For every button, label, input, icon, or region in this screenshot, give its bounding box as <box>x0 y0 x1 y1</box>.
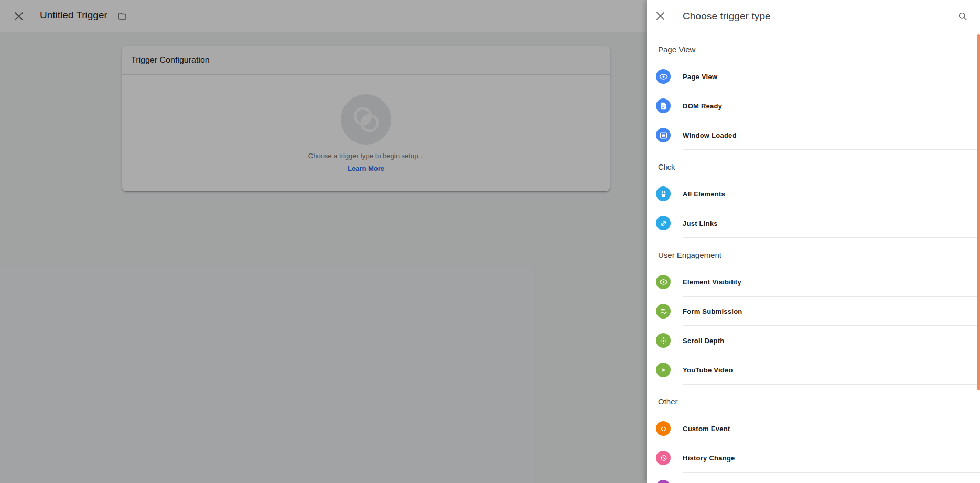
search-icon <box>957 11 968 21</box>
scroll-move-icon <box>656 333 671 348</box>
trigger-type-custom-event[interactable]: Custom Event <box>647 414 980 443</box>
section-header-page-view: Page View <box>647 32 980 62</box>
document-icon <box>656 98 671 113</box>
panel-header: Choose trigger type <box>647 0 980 32</box>
trigger-type-window-loaded[interactable]: Window Loaded <box>647 120 980 150</box>
trigger-type-dom-ready[interactable]: DOM Ready <box>647 91 980 120</box>
trigger-type-label: Scroll Depth <box>683 337 725 345</box>
partial-item-icon <box>656 480 671 483</box>
section-header-user-engagement: User Engagement <box>647 238 980 267</box>
trigger-type-label: History Change <box>683 454 735 462</box>
trigger-type-list: Page ViewPage ViewDOM ReadyWindow Loaded… <box>647 32 980 483</box>
eye-icon <box>656 69 671 84</box>
window-icon <box>656 128 671 142</box>
trigger-type-partial[interactable] <box>647 473 980 483</box>
eye-icon <box>656 275 671 289</box>
search-button[interactable] <box>952 6 973 27</box>
link-icon <box>656 216 671 230</box>
trigger-type-page-view[interactable]: Page View <box>647 62 980 91</box>
close-icon <box>656 12 665 20</box>
trigger-type-label: All Elements <box>683 190 725 198</box>
trigger-type-label: Form Submission <box>683 308 742 315</box>
trigger-type-just-links[interactable]: Just Links <box>647 208 980 238</box>
trigger-type-label: Custom Event <box>683 425 730 433</box>
trigger-type-label: Just Links <box>683 219 718 227</box>
trigger-type-history-change[interactable]: History Change <box>647 443 980 473</box>
trigger-type-youtube-video[interactable]: YouTube Video <box>647 355 980 385</box>
code-icon <box>656 421 671 436</box>
trigger-type-label: DOM Ready <box>683 102 722 110</box>
mouse-icon <box>656 186 671 201</box>
trigger-type-label: Window Loaded <box>683 131 737 139</box>
close-panel-button[interactable] <box>650 6 671 27</box>
trigger-type-element-visibility[interactable]: Element Visibility <box>647 267 980 297</box>
trigger-type-scroll-depth[interactable]: Scroll Depth <box>647 326 980 355</box>
trigger-type-label: YouTube Video <box>683 366 733 374</box>
panel-title: Choose trigger type <box>683 10 952 22</box>
choose-trigger-type-panel: Choose trigger type Page ViewPage ViewDO… <box>647 0 980 483</box>
trigger-type-form-submission[interactable]: Form Submission <box>647 297 980 326</box>
gtm-trigger-editor: Untitled Trigger Trigger Configuration <box>0 0 980 483</box>
trigger-type-all-elements[interactable]: All Elements <box>647 179 980 208</box>
trigger-type-label: Element Visibility <box>683 278 741 286</box>
section-header-click: Click <box>647 150 980 179</box>
play-icon <box>656 363 671 377</box>
section-header-other: Other <box>647 385 980 414</box>
form-check-icon <box>656 304 671 319</box>
history-icon <box>656 451 671 465</box>
trigger-type-label: Page View <box>683 73 717 81</box>
scrollbar-thumb[interactable] <box>977 34 980 390</box>
